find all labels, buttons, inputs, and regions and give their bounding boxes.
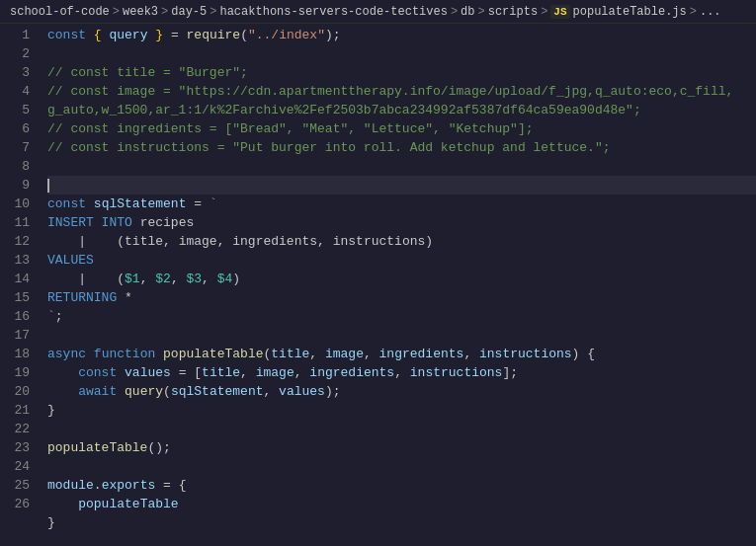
code-line: // const instructions = "Put burger into… — [47, 138, 756, 157]
sep6: > — [541, 5, 547, 19]
code-line: await query(sqlStatement, values); — [47, 382, 756, 401]
breadcrumb-file[interactable]: populateTable.js — [573, 5, 687, 19]
code-line: } — [47, 513, 756, 532]
breadcrumb-week[interactable]: week3 — [123, 5, 158, 19]
breadcrumb-db[interactable]: db — [461, 5, 474, 19]
code-line: async function populateTable(title, imag… — [47, 345, 756, 363]
code-line: g_auto,w_1500,ar_1:1/k%2Farchive%2Fef250… — [47, 101, 756, 119]
code-line: `; — [47, 307, 756, 326]
code-line: module.exports = { — [47, 476, 756, 495]
code-line: const values = [title, image, ingredient… — [47, 363, 756, 382]
line-numbers: 1 2 3 4 5 6 7 8 9 10 11 12 13 14 15 16 1… — [0, 24, 38, 546]
breadcrumb-school[interactable]: school-of-code — [10, 5, 110, 19]
breadcrumb-hackathons[interactable]: hacakthons-servers-code-tectives — [219, 5, 447, 19]
sep1: > — [113, 5, 120, 19]
sep5: > — [478, 5, 485, 19]
code-line: | (title, image, ingredients, instructio… — [47, 232, 756, 251]
sep2: > — [161, 5, 168, 19]
code-line: const sqlStatement = ` — [47, 195, 756, 213]
breadcrumb-day[interactable]: day-5 — [171, 5, 207, 19]
code-line — [47, 326, 756, 345]
code-line: | ($1, $2, $3, $4) — [47, 270, 756, 288]
code-line: INSERT INTO recipes — [47, 213, 756, 232]
sep3: > — [210, 5, 216, 19]
code-editor[interactable]: 1 2 3 4 5 6 7 8 9 10 11 12 13 14 15 16 1… — [0, 24, 756, 546]
js-icon: JS — [550, 5, 569, 19]
code-area[interactable]: const { query } = require("../index"); /… — [38, 24, 756, 546]
code-line — [47, 176, 756, 195]
code-line: // const title = "Burger"; — [47, 63, 756, 82]
breadcrumb-scripts[interactable]: scripts — [488, 5, 538, 19]
code-line: populateTable — [47, 495, 756, 513]
sep7: > — [690, 5, 697, 19]
code-line: // const ingredients = ["Bread", "Meat",… — [47, 119, 756, 138]
code-line: RETURNING * — [47, 288, 756, 307]
code-line: // const image = "https://cdn.apartmentt… — [47, 82, 756, 101]
code-line: populateTable(); — [47, 438, 756, 457]
code-line — [47, 457, 756, 476]
code-line — [47, 157, 756, 176]
code-line: const { query } = require("../index"); — [47, 26, 756, 44]
breadcrumb-bar: school-of-code > week3 > day-5 > hacakth… — [0, 0, 756, 24]
code-line: } — [47, 401, 756, 420]
sep4: > — [451, 5, 458, 19]
code-line — [47, 44, 756, 63]
breadcrumb-ellipsis: ... — [700, 5, 721, 19]
code-line: VALUES — [47, 251, 756, 270]
code-line — [47, 420, 756, 438]
